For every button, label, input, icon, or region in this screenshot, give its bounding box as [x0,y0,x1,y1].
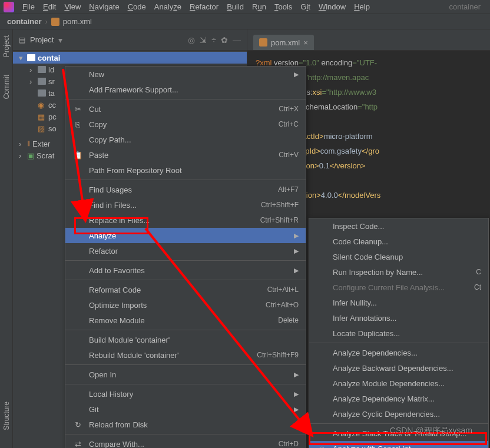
breadcrumb: container › pom.xml [0,14,490,29]
menu-item-label: Path From Repository Root [89,166,293,175]
menu-item-label: Add Framework Support... [89,85,293,94]
chevron-right-icon: ▶ [294,71,299,78]
menu-item[interactable]: Open In▶ [65,367,306,382]
menu-item[interactable]: Analyze Cyclic Dependencies... [309,406,488,422]
menu-item[interactable]: Analyze Dependency Matrix... [309,391,488,406]
menu-item[interactable]: Path From Repository Root [65,162,306,178]
menu-item-label: Optimize Imports [89,301,260,310]
chevron-down-icon[interactable]: ▾ [58,35,62,45]
menu-item[interactable]: Run Inspection by Name...C [309,264,488,280]
menu-code[interactable]: Code [124,1,150,12]
breadcrumb-file[interactable]: pom.xml [63,17,92,26]
menu-item[interactable]: Refactor▶ [65,243,306,258]
menu-item[interactable]: Find UsagesAlt+F7 [65,182,306,197]
menu-file[interactable]: File [19,1,38,12]
tree-root[interactable]: ▾ contai [13,52,247,64]
xml-file-icon [259,38,267,47]
menu-item[interactable]: Infer Annotations... [309,310,488,326]
menu-item[interactable]: Replace in Files...Ctrl+Shift+R [65,213,306,228]
menu-item[interactable]: Build Module 'container' [65,332,306,347]
expand-icon[interactable]: ⇲ [200,35,207,45]
menu-item[interactable]: Inspect Code... [309,218,488,234]
menu-item[interactable]: Remove ModuleDelete [65,313,306,328]
menu-item[interactable]: Configure Current File Analysis...Ct [309,280,488,295]
chevron-right-icon: › [45,17,48,26]
menu-edit[interactable]: Edit [39,1,59,12]
menu-item-shortcut: Ctrl+X [279,105,299,113]
tree-item-label: Exter [32,140,50,148]
menu-view[interactable]: View [61,1,84,12]
menu-item-label: Reformat Code [89,286,261,294]
project-view-label[interactable]: Project [30,35,54,44]
menu-tools[interactable]: Tools [271,1,296,12]
menu-item[interactable]: Analyze Backward Dependencies... [309,360,488,376]
menu-item-label: Analyze Backward Dependencies... [333,364,475,373]
menu-analyze[interactable]: Analyze [151,1,185,12]
menu-item-icon: ⎘ [72,120,83,129]
tree-item-label: id [48,65,54,74]
menu-item-label: Find in Files... [89,201,255,210]
menu-item-label: Paste [89,151,273,160]
tree-item-label: pc [48,112,57,121]
menu-item[interactable]: Local History▶ [65,386,306,401]
menu-item[interactable]: ✂CutCtrl+X [65,101,306,117]
menu-item[interactable]: Silent Code Cleanup [309,249,488,264]
context-submenu-analyze: Inspect Code...Code Cleanup...Silent Cod… [309,218,489,448]
menu-item[interactable]: Add to Favorites▶ [65,263,306,278]
menu-item-label: Analyze with SonarLint [333,444,475,449]
close-icon[interactable]: × [303,38,308,47]
menu-item-label: Compare With... [89,440,273,449]
chevron-right-icon: ▶ [294,247,299,255]
menu-item-label: Git [89,405,282,414]
menu-item[interactable]: ⎘CopyCtrl+C [65,117,306,132]
menu-git[interactable]: Git [297,1,314,12]
tab-project-side[interactable]: Project [2,35,11,57]
menu-run[interactable]: Run [249,1,270,12]
menu-refactor[interactable]: Refactor [186,1,222,12]
target-icon[interactable]: ◎ [188,35,195,45]
menu-build[interactable]: Build [223,1,247,12]
editor-tab[interactable]: pom.xml × [253,35,314,50]
breadcrumb-root[interactable]: container [7,17,42,26]
menu-item-label: Find Usages [89,185,272,194]
menu-item[interactable]: ⊘Analyze with SonarLint [309,441,488,448]
menu-item[interactable]: Analyze Dependencies... [309,345,488,360]
menu-item-label: Inspect Code... [333,222,475,231]
menu-item[interactable]: Locate Duplicates... [309,326,488,341]
menu-item[interactable]: Analyze Stack Trace or Thread Dump... [309,426,488,441]
menu-item[interactable]: ⇄Compare With...Ctrl+D [65,436,306,448]
chevron-right-icon: ▶ [294,232,299,240]
tree-item-label: cc [48,101,56,109]
menu-item[interactable]: Code Cleanup... [309,234,488,249]
menu-item-label: Open In [89,370,282,379]
menu-item[interactable]: Find in Files...Ctrl+Shift+F [65,197,306,213]
menu-item-label: Replace in Files... [89,216,254,225]
menu-item-icon: ↻ [72,420,83,429]
menu-item-label: Copy [89,120,273,129]
menu-help[interactable]: Help [350,1,373,12]
menu-item[interactable]: Reformat CodeCtrl+Alt+L [65,282,306,297]
tab-structure-side[interactable]: Structure [2,401,11,430]
menu-item-icon: ⇄ [72,440,83,449]
gear-icon[interactable]: ✿ [221,35,228,45]
menu-item[interactable]: 📋PasteCtrl+V [65,147,306,162]
menu-item-label: Run Inspection by Name... [333,268,470,277]
menu-item[interactable]: Analyze▶ [65,228,306,243]
menu-item[interactable]: Copy Path... [65,132,306,147]
collapse-icon[interactable]: ÷ [211,35,216,45]
menu-item[interactable]: ↻Reload from Disk [65,417,306,432]
menu-item[interactable]: Infer Nullity... [309,295,488,310]
menu-item[interactable]: Rebuild Module 'container'Ctrl+Shift+F9 [65,347,306,363]
tab-commit-side[interactable]: Commit [2,75,11,99]
hide-icon[interactable]: — [233,35,241,45]
menu-window[interactable]: Window [315,1,349,12]
menu-item[interactable]: New▶ [65,67,306,82]
project-toolbar: ▤ Project ▾ ◎ ⇲ ÷ ✿ — [13,29,247,51]
menu-item[interactable]: Analyze Module Dependencies... [309,376,488,391]
menu-navigate[interactable]: Navigate [85,1,122,12]
chevron-right-icon: ▶ [294,267,299,274]
menu-item[interactable]: Add Framework Support... [65,82,306,97]
menu-item[interactable]: Optimize ImportsCtrl+Alt+O [65,297,306,313]
menu-item[interactable]: Git▶ [65,401,306,417]
editor-tab-bar: pom.xml × [247,29,490,51]
